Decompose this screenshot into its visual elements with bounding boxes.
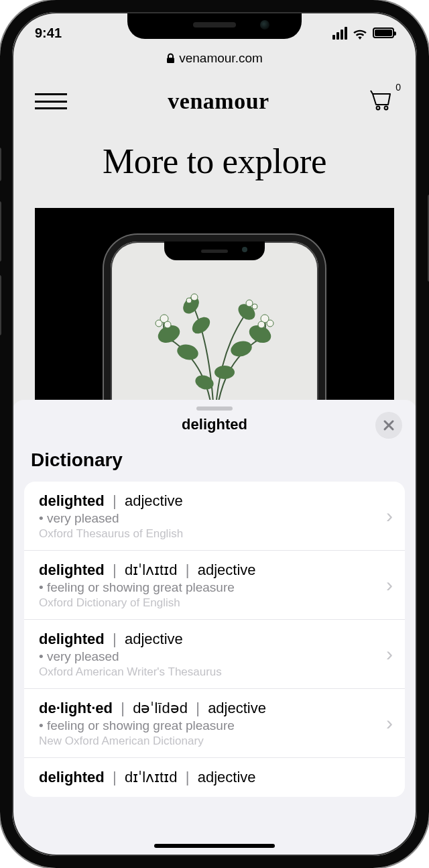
dictionary-entry[interactable]: delighted | dɪˈlʌɪtɪd | adjective bbox=[24, 758, 405, 797]
entry-definition: • feeling or showing great pleasure bbox=[39, 718, 371, 733]
entry-pos: adjective bbox=[208, 700, 266, 716]
side-button-vol-down bbox=[0, 275, 1, 335]
chevron-right-icon: › bbox=[386, 643, 393, 665]
close-button[interactable] bbox=[375, 412, 402, 439]
preview-image bbox=[35, 208, 394, 409]
svg-point-16 bbox=[267, 320, 273, 327]
site-logo: venamour bbox=[168, 89, 269, 114]
entry-source: Oxford Thesaurus of English bbox=[39, 527, 371, 541]
cart-count: 0 bbox=[395, 82, 401, 93]
entry-source: New Oxford American Dictionary bbox=[39, 735, 371, 748]
sheet-title: delighted bbox=[12, 416, 417, 433]
svg-point-20 bbox=[246, 300, 253, 307]
entry-word: delighted bbox=[39, 561, 105, 578]
entry-word: delighted bbox=[39, 631, 105, 647]
dictionary-entry[interactable]: delighted | dɪˈlʌɪtɪd | adjective • feel… bbox=[24, 551, 405, 620]
chevron-right-icon: › bbox=[386, 574, 393, 596]
entry-pos: adjective bbox=[125, 492, 183, 509]
svg-point-19 bbox=[186, 298, 192, 303]
dictionary-entry[interactable]: de·light·ed | dəˈlīdəd | adjective • fee… bbox=[24, 689, 405, 758]
entry-source: Oxford American Writer's Thesaurus bbox=[39, 665, 371, 679]
dictionary-entry[interactable]: delighted | adjective • very pleased Oxf… bbox=[24, 482, 405, 551]
entry-pronunciation: dɪˈlʌɪtɪd bbox=[125, 561, 177, 578]
home-indicator[interactable] bbox=[154, 844, 275, 848]
section-header: Dictionary bbox=[12, 445, 417, 482]
menu-button[interactable] bbox=[35, 93, 67, 109]
side-button-mute bbox=[0, 148, 1, 181]
svg-rect-0 bbox=[167, 58, 174, 63]
entry-word: delighted bbox=[39, 769, 105, 785]
svg-point-17 bbox=[258, 321, 265, 328]
chevron-right-icon: › bbox=[386, 504, 393, 527]
page-title: More to explore bbox=[12, 121, 417, 208]
svg-point-2 bbox=[385, 107, 388, 110]
cell-signal-icon bbox=[332, 27, 347, 40]
entry-word: delighted bbox=[39, 492, 105, 509]
browser-domain: venamour.com bbox=[179, 51, 263, 66]
svg-point-21 bbox=[252, 304, 257, 309]
svg-point-10 bbox=[214, 366, 235, 379]
entry-pos: adjective bbox=[198, 561, 256, 578]
entry-source: Oxford Dictionary of English bbox=[39, 596, 371, 610]
entry-definition: • very pleased bbox=[39, 649, 371, 664]
lock-icon bbox=[166, 53, 175, 64]
battery-icon bbox=[373, 28, 394, 38]
svg-point-18 bbox=[191, 294, 198, 301]
entry-definition: • very pleased bbox=[39, 511, 371, 526]
dictionary-entry[interactable]: delighted | adjective • very pleased Oxf… bbox=[24, 620, 405, 689]
cart-button[interactable]: 0 bbox=[370, 89, 394, 114]
entry-pronunciation: dəˈlīdəd bbox=[133, 700, 188, 716]
side-button-vol-up bbox=[0, 201, 1, 262]
svg-point-14 bbox=[164, 321, 171, 328]
entry-pos: adjective bbox=[198, 769, 256, 785]
svg-point-13 bbox=[156, 320, 162, 327]
close-icon bbox=[383, 419, 395, 431]
svg-point-5 bbox=[189, 314, 213, 337]
chevron-right-icon: › bbox=[386, 712, 393, 735]
wifi-icon bbox=[353, 28, 367, 38]
status-time: 9:41 bbox=[35, 25, 62, 41]
svg-point-7 bbox=[229, 339, 254, 359]
device-notch bbox=[127, 11, 302, 39]
entry-word: de·light·ed bbox=[39, 700, 113, 716]
lookup-sheet: delighted Dictionary delighted | adjecti… bbox=[12, 400, 417, 856]
entry-pos: adjective bbox=[125, 631, 183, 647]
entry-definition: • feeling or showing great pleasure bbox=[39, 580, 371, 595]
site-content: venamour 0 More to explore bbox=[12, 74, 417, 409]
dictionary-card: delighted | adjective • very pleased Oxf… bbox=[24, 482, 405, 797]
entry-pronunciation: dɪˈlʌɪtɪd bbox=[125, 769, 177, 785]
browser-url-bar[interactable]: venamour.com bbox=[12, 47, 417, 74]
floral-illustration bbox=[127, 282, 302, 409]
svg-point-1 bbox=[377, 107, 380, 110]
